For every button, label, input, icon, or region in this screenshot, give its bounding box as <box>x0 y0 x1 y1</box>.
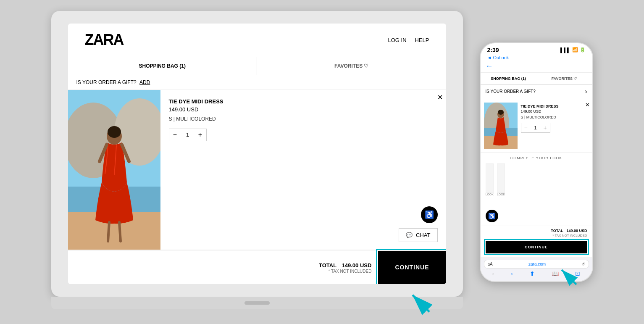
help-link[interactable]: HELP <box>415 37 429 43</box>
gift-text: IS YOUR ORDER A GIFT? <box>76 79 137 85</box>
mobile-total-amount: 149.00 USD <box>566 229 587 233</box>
mobile-gift-arrow[interactable]: › <box>585 88 587 95</box>
mobile-outlook-bar: ◄ Outlook <box>481 54 592 62</box>
mobile-nav-share[interactable]: ⬆ <box>530 270 535 277</box>
mobile-checkout-bar: TOTAL 149.00 USD * TAX NOT INCLUDED CONT… <box>481 226 592 256</box>
mobile-arrow-indicator <box>555 259 585 290</box>
arrow-indicator <box>404 282 438 318</box>
mobile-accessibility-button[interactable]: ♿ <box>486 210 498 222</box>
svg-point-18 <box>498 110 504 115</box>
remove-button[interactable]: ✕ <box>437 93 443 101</box>
mobile-product-name: TIE DYE MIDI DRESS <box>521 104 586 108</box>
product-image-placeholder <box>68 90 160 250</box>
mobile-tabs: SHOPPING BAG (1) FAVORITES ♡ <box>481 73 592 84</box>
total-label: TOTAL <box>319 262 336 269</box>
mobile-product-price: 149.00 USD <box>521 109 586 113</box>
mobile-look-label-1: LOOK <box>486 193 494 196</box>
quantity-decrease-button[interactable]: − <box>169 129 181 141</box>
mobile-time: 2:39 <box>487 47 499 53</box>
mobile-gift-bar: IS YOUR ORDER A GIFT? › <box>481 84 592 99</box>
chat-icon: 💬 <box>406 232 413 238</box>
chat-button[interactable]: 💬 CHAT <box>399 228 437 242</box>
mobile-nav-row: ← <box>481 62 592 73</box>
product-image <box>68 90 160 250</box>
tax-note: * TAX NOT INCLUDED <box>319 269 371 274</box>
mobile-product-image <box>484 103 518 149</box>
mobile-nav-back[interactable]: ‹ <box>492 270 494 277</box>
tab-shopping-bag[interactable]: SHOPPING BAG (1) <box>68 57 258 75</box>
mobile-gift-text: IS YOUR ORDER A GIFT? <box>486 89 536 94</box>
mobile-complete-look-label: COMPLETE YOUR LOOK <box>481 153 592 162</box>
product-name: TIE DYE MIDI DRESS <box>169 98 438 105</box>
product-variant: S | MULTICOLORED <box>169 116 438 122</box>
laptop-device: ZARA LOG IN HELP SHOPPING BAG (1) FAVORI… <box>51 11 463 313</box>
mobile-quantity-decrease-button[interactable]: − <box>521 123 531 132</box>
quantity-value: 1 <box>181 132 195 138</box>
mobile-quantity-increase-button[interactable]: + <box>541 123 550 132</box>
mobile-total-row: TOTAL 149.00 USD <box>481 226 592 234</box>
mobile-product-variant: S | MULTICOLORED <box>521 115 586 119</box>
svg-line-9 <box>108 222 109 241</box>
mobile-tab-favorites[interactable]: FAVORITES ♡ <box>536 73 592 84</box>
total-row: TOTAL 149.00 USD <box>319 261 371 269</box>
mobile-look-items: LOOK LOOK <box>481 162 592 199</box>
svg-line-12 <box>413 295 429 312</box>
gift-add-link[interactable]: ADD <box>139 79 150 85</box>
floating-buttons: ♿ 💬 CHAT <box>399 206 437 242</box>
mobile-quantity-value: 1 <box>531 125 541 130</box>
checkout-bar: TOTAL 149.00 USD * TAX NOT INCLUDED CONT… <box>68 250 446 284</box>
laptop-body: ZARA LOG IN HELP SHOPPING BAG (1) FAVORI… <box>51 11 463 297</box>
tabs-bar: SHOPPING BAG (1) FAVORITES ♡ <box>68 57 446 75</box>
mobile-status-icons: ▌▌▌ 📶 🔋 <box>560 47 585 53</box>
mobile-remove-button[interactable]: ✕ <box>585 102 590 108</box>
mobile-look-label-2: LOOK <box>497 193 505 196</box>
svg-line-10 <box>119 222 121 241</box>
mobile-device-wrapper: 2:39 ▌▌▌ 📶 🔋 ◄ Outlook ← SHOPPING BAG (1… <box>480 42 593 282</box>
svg-line-20 <box>562 270 576 284</box>
zara-logo: ZARA <box>85 31 124 49</box>
mobile-continue-button[interactable]: CONTINUE <box>486 241 587 253</box>
svg-point-6 <box>108 126 121 138</box>
mobile-product-info: TIE DYE MIDI DRESS 149.00 USD S | MULTIC… <box>518 103 589 149</box>
gift-bar: IS YOUR ORDER A GIFT? ADD <box>68 75 446 90</box>
mobile-tab-shopping-bag[interactable]: SHOPPING BAG (1) <box>481 73 536 84</box>
wifi-icon: 📶 <box>572 47 578 53</box>
mobile-product-row: TIE DYE MIDI DRESS 149.00 USD S | MULTIC… <box>481 99 592 153</box>
mobile-device: 2:39 ▌▌▌ 📶 🔋 ◄ Outlook ← SHOPPING BAG (1… <box>480 42 593 282</box>
quantity-control: − 1 + <box>169 129 207 141</box>
laptop-screen: ZARA LOG IN HELP SHOPPING BAG (1) FAVORI… <box>68 24 446 284</box>
battery-icon: 🔋 <box>580 47 586 53</box>
accessibility-button[interactable]: ♿ <box>421 206 438 223</box>
mobile-nav-forward[interactable]: › <box>511 270 513 277</box>
mobile-back-arrow[interactable]: ← <box>486 62 493 71</box>
mobile-aa-label[interactable]: aA <box>488 262 493 266</box>
mobile-quantity-control: − 1 + <box>521 123 550 133</box>
product-price: 149.00 USD <box>169 106 438 113</box>
mobile-back-app: ◄ Outlook <box>487 55 509 60</box>
mobile-url-text: zara.com <box>528 262 546 266</box>
tab-favorites[interactable]: FAVORITES ♡ <box>257 57 446 75</box>
signal-icon: ▌▌▌ <box>560 47 570 53</box>
mobile-tax-row: * TAX NOT INCLUDED <box>481 234 592 239</box>
mobile-status-bar: 2:39 ▌▌▌ 📶 🔋 <box>481 43 592 54</box>
mobile-total-label: TOTAL <box>551 229 563 233</box>
mobile-look-item-2: LOOK <box>497 163 505 196</box>
chat-label: CHAT <box>416 232 430 238</box>
quantity-increase-button[interactable]: + <box>195 129 206 141</box>
total-section: TOTAL 149.00 USD * TAX NOT INCLUDED <box>319 261 378 274</box>
continue-button[interactable]: CONTINUE <box>378 251 446 284</box>
laptop-notch <box>244 301 270 305</box>
zara-header: ZARA LOG IN HELP <box>68 24 446 57</box>
product-row: ✕ TIE DYE MIDI DRESS 149.00 USD S | MULT… <box>68 90 446 250</box>
mobile-look-item-1: LOOK <box>486 163 494 196</box>
total-amount: 149.00 USD <box>342 262 372 269</box>
laptop-base <box>51 297 463 309</box>
header-nav: LOG IN HELP <box>388 37 429 43</box>
login-link[interactable]: LOG IN <box>388 37 406 43</box>
